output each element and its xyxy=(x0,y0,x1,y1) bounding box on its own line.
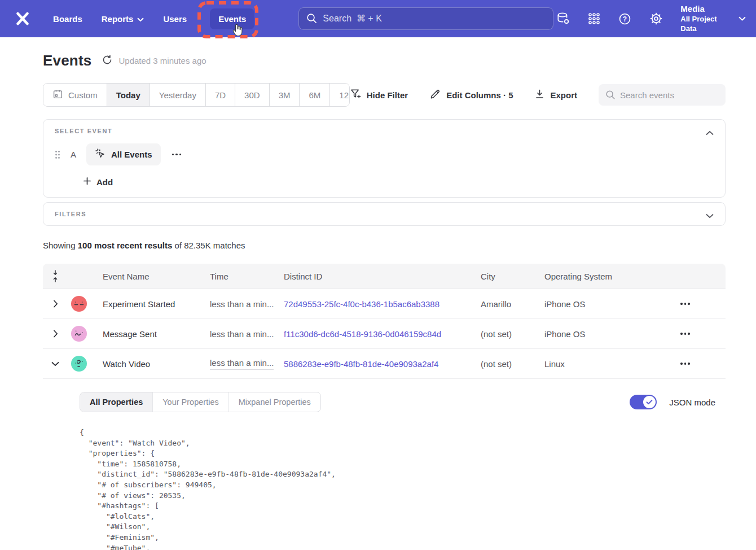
expand-chevron-right-icon[interactable] xyxy=(43,300,68,308)
apps-grid-icon[interactable] xyxy=(587,12,601,25)
svg-text:?: ? xyxy=(623,15,627,23)
toggle-check-icon xyxy=(643,396,656,408)
col-header-event-name[interactable]: Event Name xyxy=(103,272,210,281)
nav-item-reports[interactable]: Reports xyxy=(93,8,153,29)
city: (not set) xyxy=(481,329,544,339)
search-icon xyxy=(605,89,616,103)
expand-chevron-down-icon[interactable] xyxy=(706,211,714,221)
col-header-os[interactable]: Operating System xyxy=(544,272,645,281)
date-range-30d[interactable]: 30D xyxy=(235,84,270,106)
global-search-input[interactable] xyxy=(298,7,553,30)
top-navbar: Boards Reports Users Events xyxy=(0,0,756,37)
tab-mixpanel-properties[interactable]: Mixpanel Properties xyxy=(229,392,320,412)
help-icon[interactable]: ? xyxy=(618,12,632,26)
event-more-options-button[interactable] xyxy=(170,151,184,158)
refresh-icon[interactable] xyxy=(102,54,113,68)
select-event-title: SELECT EVENT xyxy=(55,128,714,134)
event-name: Watch Video xyxy=(103,359,210,369)
search-events xyxy=(599,84,726,106)
table-row-expanded[interactable]: Watch Video less than a min... 5886283e-… xyxy=(43,349,726,379)
hide-filter-button[interactable]: Hide Filter xyxy=(350,88,408,102)
all-events-selector[interactable]: All Events xyxy=(86,143,161,165)
event-name: Message Sent xyxy=(103,329,210,339)
json-mode-label: JSON mode xyxy=(669,398,715,407)
col-header-time[interactable]: Time xyxy=(210,272,284,281)
updated-timestamp: Updated 3 minutes ago xyxy=(118,56,206,66)
col-header-distinct-id[interactable]: Distinct ID xyxy=(284,272,481,281)
event-cursor-sparkle-icon xyxy=(95,148,106,161)
date-range-custom[interactable]: Custom xyxy=(43,84,107,106)
col-header-city[interactable]: City xyxy=(481,272,544,281)
table-row[interactable]: Experiment Started less than a min... 72… xyxy=(43,289,726,319)
hand-cursor-icon xyxy=(231,24,243,37)
date-range-yesterday[interactable]: Yesterday xyxy=(150,84,206,106)
table-row[interactable]: Message Sent less than a min... f11c30d6… xyxy=(43,319,726,349)
project-switcher[interactable]: Media All Project Data xyxy=(680,3,746,33)
events-table: Event Name Time Distinct ID City Operati… xyxy=(43,264,726,550)
date-range-today[interactable]: Today xyxy=(107,84,150,106)
sort-order-icon[interactable] xyxy=(43,269,68,283)
page-title: Events xyxy=(43,52,91,69)
download-icon xyxy=(534,89,545,101)
add-event-button[interactable]: Add xyxy=(83,177,714,187)
nav-item-users[interactable]: Users xyxy=(155,8,195,29)
event-time: less than a min... xyxy=(210,299,284,309)
date-range-7d[interactable]: 7D xyxy=(206,84,235,106)
json-mode-toggle[interactable] xyxy=(630,395,657,409)
nav-item-events[interactable]: Events xyxy=(210,8,254,29)
distinct-id-link[interactable]: f11c30d6-dc6d-4518-9136-0d046159c84d xyxy=(284,329,441,339)
city: Amarillo xyxy=(481,299,544,309)
expand-chevron-right-icon[interactable] xyxy=(43,330,68,338)
event-name: Experiment Started xyxy=(103,299,210,309)
global-search xyxy=(298,7,553,30)
table-header-row: Event Name Time Distinct ID City Operati… xyxy=(43,264,726,289)
event-selector-row: A All Events xyxy=(55,143,714,165)
event-time: less than a min... xyxy=(210,358,284,370)
filters-title: FILTERS xyxy=(55,211,714,217)
chevron-down-icon xyxy=(739,14,746,24)
row-menu-button[interactable] xyxy=(677,329,693,338)
edit-columns-button[interactable]: Edit Columns · 5 xyxy=(429,88,513,102)
avatar xyxy=(68,356,103,372)
event-time: less than a min... xyxy=(210,329,284,339)
collapse-chevron-up-icon[interactable] xyxy=(706,128,714,138)
export-button[interactable]: Export xyxy=(534,89,577,101)
date-range-6m[interactable]: 6M xyxy=(300,84,330,106)
mixpanel-logo-icon[interactable] xyxy=(10,10,34,27)
project-subtitle: All Project Data xyxy=(680,15,731,34)
operating-system: Linux xyxy=(544,359,645,369)
date-range-12m[interactable]: 12M xyxy=(330,84,349,106)
plus-icon xyxy=(83,177,91,187)
drag-handle-icon[interactable] xyxy=(55,150,60,159)
json-view: { "event": "Watch Video", "properties": … xyxy=(80,427,726,550)
select-event-panel: SELECT EVENT A All Events xyxy=(43,119,726,198)
event-row-letter: A xyxy=(69,150,77,159)
properties-tabs: All Properties Your Properties Mixpanel … xyxy=(80,392,321,412)
distinct-id: 5886283e-e9fb-48fb-81de-40e9093a2af4 xyxy=(284,359,481,369)
tab-all-properties[interactable]: All Properties xyxy=(80,392,153,412)
date-range-selector: Custom Today Yesterday 7D 30D 3M 6M 12M xyxy=(43,83,350,107)
event-detail-panel: All Properties Your Properties Mixpanel … xyxy=(43,379,726,550)
city: (not set) xyxy=(481,359,544,369)
tab-your-properties[interactable]: Your Properties xyxy=(153,392,228,412)
results-summary: Showing 100 most recent results of 82.35… xyxy=(43,241,726,250)
main-content: Events Updated 3 minutes ago xyxy=(0,37,756,550)
operating-system: iPhone OS xyxy=(544,299,645,309)
pencil-icon xyxy=(429,88,441,102)
row-menu-button[interactable] xyxy=(677,359,693,368)
row-menu-button[interactable] xyxy=(677,299,693,308)
search-events-input[interactable] xyxy=(599,84,726,106)
filters-panel: FILTERS xyxy=(43,202,726,226)
chevron-down-icon xyxy=(137,14,144,24)
calendar-icon xyxy=(52,89,63,101)
search-icon xyxy=(306,12,318,27)
collapse-chevron-down-icon[interactable] xyxy=(43,361,68,366)
operating-system: iPhone OS xyxy=(544,329,645,339)
date-range-3m[interactable]: 3M xyxy=(270,84,300,106)
data-management-icon[interactable] xyxy=(556,11,570,26)
nav-item-boards[interactable]: Boards xyxy=(45,8,91,29)
funnel-plus-icon xyxy=(350,88,362,102)
distinct-id-link[interactable]: 72d49553-25fc-4f0c-b436-1b5ac6ab3388 xyxy=(284,299,439,309)
settings-gear-icon[interactable] xyxy=(649,11,663,26)
distinct-id-link[interactable]: 5886283e-e9fb-48fb-81de-40e9093a2af4 xyxy=(284,359,438,369)
